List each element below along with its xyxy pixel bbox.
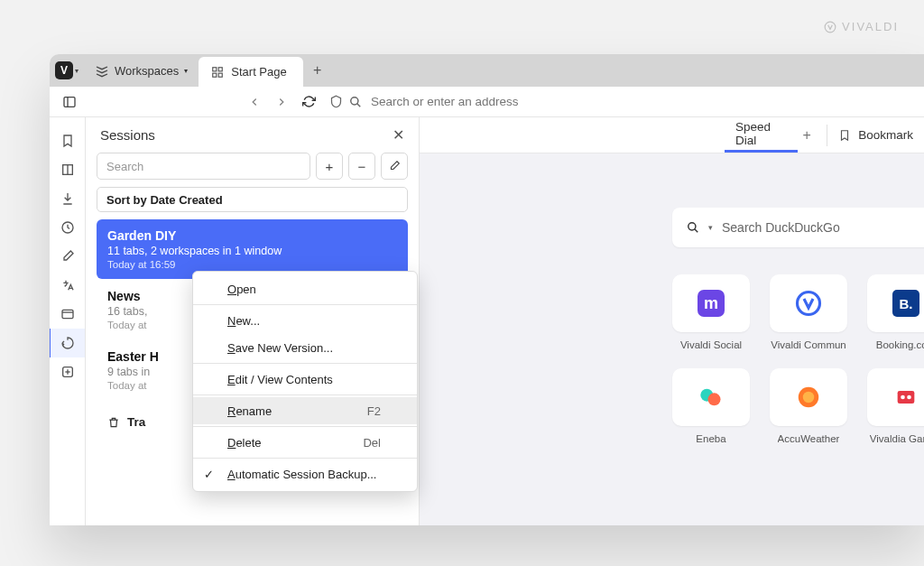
svg-point-26 bbox=[907, 395, 911, 400]
panel-iconbar bbox=[50, 117, 86, 525]
svg-rect-12 bbox=[62, 310, 73, 318]
speed-dial-item[interactable]: B. Booking.com bbox=[867, 274, 924, 350]
session-timestamp: Today at 16:59 bbox=[107, 259, 397, 270]
menu-auto-backup[interactable]: ✓ Automatic Session Backup... bbox=[193, 460, 417, 487]
session-meta: 11 tabs, 2 workspaces in 1 window bbox=[107, 245, 397, 257]
reload-button[interactable] bbox=[302, 95, 328, 108]
panel-toggle-button[interactable] bbox=[57, 95, 82, 109]
speed-dial-icon bbox=[211, 66, 224, 79]
add-speed-dial-group[interactable]: + bbox=[798, 127, 817, 144]
context-menu: Open New... Save New Version... Edit / V… bbox=[192, 271, 418, 492]
menu-edit-view-contents[interactable]: Edit / View Contents bbox=[193, 366, 417, 393]
speed-dial-item[interactable]: Vivaldia Games bbox=[867, 368, 924, 444]
svg-point-7 bbox=[351, 97, 358, 104]
svg-point-0 bbox=[825, 22, 836, 32]
search-icon bbox=[687, 221, 699, 234]
panel-sessions-button[interactable] bbox=[50, 329, 85, 357]
address-input[interactable] bbox=[364, 95, 917, 108]
menu-new[interactable]: New... bbox=[193, 307, 417, 334]
remove-session-button[interactable]: − bbox=[348, 153, 375, 180]
session-name: Garden DIY bbox=[107, 228, 397, 243]
edit-session-button[interactable] bbox=[381, 153, 408, 180]
address-bar bbox=[50, 87, 924, 117]
svg-rect-4 bbox=[218, 73, 222, 77]
svg-rect-1 bbox=[213, 67, 217, 70]
menu-save-new-version[interactable]: Save New Version... bbox=[193, 334, 417, 361]
workspaces-button[interactable]: Workspaces ▾ bbox=[84, 54, 199, 87]
start-page-tabs: Speed Dial + Bookmark bbox=[420, 117, 924, 153]
start-page-search[interactable]: ▾ Search DuckDuckGo bbox=[672, 208, 924, 247]
tab-bookmarks[interactable]: Bookmark bbox=[827, 117, 924, 153]
vivaldi-watermark: VIVALDI bbox=[824, 20, 899, 33]
check-icon: ✓ bbox=[204, 468, 214, 481]
panel-translate-button[interactable] bbox=[53, 271, 82, 300]
svg-point-23 bbox=[803, 392, 815, 404]
panel-downloads-button[interactable] bbox=[53, 184, 82, 213]
menu-delete[interactable]: DeleteDel bbox=[193, 429, 417, 456]
vivaldi-menu-button[interactable]: V▾ bbox=[50, 54, 84, 87]
svg-rect-3 bbox=[213, 73, 217, 77]
search-icon bbox=[349, 96, 362, 108]
trash-icon bbox=[107, 416, 120, 429]
svg-line-18 bbox=[695, 229, 698, 233]
new-tab-button[interactable]: + bbox=[303, 54, 332, 87]
panel-bookmarks-button[interactable] bbox=[53, 126, 82, 155]
forward-button[interactable] bbox=[275, 96, 300, 108]
speed-dial-item[interactable]: m Vivaldi Social bbox=[672, 274, 750, 350]
panel-window-button[interactable] bbox=[53, 300, 82, 329]
speed-dial-item[interactable]: AccuWeather bbox=[770, 368, 847, 444]
svg-line-8 bbox=[357, 103, 361, 107]
svg-point-21 bbox=[798, 292, 820, 315]
tab-speed-dial[interactable]: Speed Dial bbox=[725, 117, 798, 153]
shield-icon[interactable] bbox=[329, 95, 347, 108]
panel-notes-button[interactable] bbox=[53, 242, 82, 271]
svg-point-25 bbox=[901, 395, 905, 400]
add-session-button[interactable]: + bbox=[316, 153, 343, 180]
sort-dropdown[interactable]: Sort by Date Created bbox=[97, 187, 408, 212]
browser-window: V▾ Workspaces ▾ Start Page + bbox=[50, 54, 924, 525]
speed-dial-item[interactable]: Eneba bbox=[672, 368, 750, 444]
tab-bar: V▾ Workspaces ▾ Start Page + bbox=[50, 54, 924, 87]
bookmark-icon bbox=[838, 129, 851, 142]
start-page: Speed Dial + Bookmark ▾ Search DuckDuckG… bbox=[420, 117, 924, 525]
speed-dial-item[interactable]: Vivaldi Commun bbox=[770, 274, 847, 350]
back-button[interactable] bbox=[248, 96, 273, 108]
tab-start-page[interactable]: Start Page bbox=[199, 57, 302, 87]
svg-rect-2 bbox=[218, 67, 222, 70]
svg-point-17 bbox=[688, 223, 696, 230]
panel-history-button[interactable] bbox=[53, 213, 82, 242]
speed-dial-grid: m Vivaldi Social Eneba Vivaldi Commun bbox=[672, 274, 924, 444]
sessions-panel: Sessions ✕ Search + − Sort by Date Creat… bbox=[86, 117, 420, 525]
menu-open[interactable]: Open bbox=[193, 275, 417, 302]
svg-rect-5 bbox=[64, 97, 75, 107]
sessions-search-input[interactable]: Search bbox=[97, 153, 310, 180]
menu-rename[interactable]: RenameF2 bbox=[193, 397, 417, 424]
panel-reading-list-button[interactable] bbox=[53, 155, 82, 184]
svg-point-20 bbox=[708, 393, 721, 405]
panel-add-button[interactable] bbox=[53, 357, 82, 386]
svg-rect-24 bbox=[898, 391, 915, 404]
close-panel-button[interactable]: ✕ bbox=[393, 126, 404, 144]
workspaces-icon bbox=[95, 63, 109, 78]
panel-title: Sessions bbox=[100, 127, 155, 143]
